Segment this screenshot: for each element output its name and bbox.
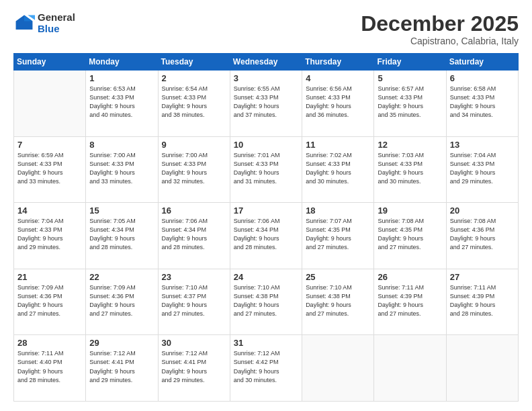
calendar-day-cell: 5Sunrise: 6:57 AM Sunset: 4:33 PM Daylig…	[374, 71, 446, 137]
calendar-day-cell: 4Sunrise: 6:56 AM Sunset: 4:33 PM Daylig…	[302, 71, 374, 137]
calendar-day-cell: 11Sunrise: 7:02 AM Sunset: 4:33 PM Dayli…	[302, 136, 374, 203]
day-info: Sunrise: 7:10 AM Sunset: 4:38 PM Dayligh…	[306, 283, 370, 318]
day-number: 14	[17, 205, 82, 216]
day-number: 19	[378, 205, 442, 216]
weekday-header: Thursday	[302, 54, 374, 71]
day-info: Sunrise: 7:08 AM Sunset: 4:36 PM Dayligh…	[450, 217, 515, 252]
day-info: Sunrise: 7:06 AM Sunset: 4:34 PM Dayligh…	[162, 217, 226, 252]
day-number: 10	[234, 140, 298, 150]
day-info: Sunrise: 6:55 AM Sunset: 4:33 PM Dayligh…	[234, 85, 298, 120]
calendar-day-cell: 27Sunrise: 7:11 AM Sunset: 4:39 PM Dayli…	[446, 269, 518, 335]
day-number: 28	[17, 338, 82, 348]
title-block: December 2025 Capistrano, Calabria, Ital…	[361, 12, 519, 46]
day-number: 7	[17, 140, 82, 150]
day-info: Sunrise: 7:12 AM Sunset: 4:41 PM Dayligh…	[89, 349, 154, 384]
day-number: 21	[17, 272, 82, 282]
day-number: 5	[378, 73, 442, 83]
day-number: 23	[162, 272, 226, 282]
day-number: 1	[89, 73, 154, 83]
calendar-day-cell: 16Sunrise: 7:06 AM Sunset: 4:34 PM Dayli…	[158, 203, 230, 269]
day-number: 18	[306, 205, 370, 216]
logo-blue: Blue	[38, 24, 75, 35]
calendar-day-cell: 29Sunrise: 7:12 AM Sunset: 4:41 PM Dayli…	[86, 335, 158, 402]
calendar-day-cell	[14, 71, 86, 137]
day-info: Sunrise: 7:09 AM Sunset: 4:36 PM Dayligh…	[89, 283, 154, 318]
location-subtitle: Capistrano, Calabria, Italy	[361, 36, 519, 46]
calendar-table: SundayMondayTuesdayWednesdayThursdayFrid…	[13, 53, 519, 402]
calendar-day-cell: 3Sunrise: 6:55 AM Sunset: 4:33 PM Daylig…	[230, 71, 302, 137]
calendar-day-cell: 20Sunrise: 7:08 AM Sunset: 4:36 PM Dayli…	[446, 203, 518, 269]
day-info: Sunrise: 7:00 AM Sunset: 4:33 PM Dayligh…	[162, 151, 226, 186]
day-number: 25	[306, 272, 370, 282]
calendar-header-row: SundayMondayTuesdayWednesdayThursdayFrid…	[14, 54, 519, 71]
day-info: Sunrise: 7:11 AM Sunset: 4:40 PM Dayligh…	[17, 349, 82, 384]
calendar-day-cell	[446, 335, 518, 402]
day-number: 16	[162, 205, 226, 216]
logo-general: General	[38, 12, 75, 24]
day-info: Sunrise: 7:05 AM Sunset: 4:34 PM Dayligh…	[89, 217, 154, 252]
calendar-day-cell: 2Sunrise: 6:54 AM Sunset: 4:33 PM Daylig…	[158, 71, 230, 137]
day-number: 11	[306, 140, 370, 150]
day-number: 6	[450, 73, 515, 83]
calendar-day-cell: 10Sunrise: 7:01 AM Sunset: 4:33 PM Dayli…	[230, 136, 302, 203]
calendar-day-cell: 24Sunrise: 7:10 AM Sunset: 4:38 PM Dayli…	[230, 269, 302, 335]
calendar-day-cell: 31Sunrise: 7:12 AM Sunset: 4:42 PM Dayli…	[230, 335, 302, 402]
calendar-week-row: 14Sunrise: 7:04 AM Sunset: 4:33 PM Dayli…	[14, 203, 519, 269]
calendar-day-cell: 8Sunrise: 7:00 AM Sunset: 4:33 PM Daylig…	[86, 136, 158, 203]
calendar-day-cell: 17Sunrise: 7:06 AM Sunset: 4:34 PM Dayli…	[230, 203, 302, 269]
day-info: Sunrise: 6:53 AM Sunset: 4:33 PM Dayligh…	[89, 85, 154, 120]
calendar-day-cell: 25Sunrise: 7:10 AM Sunset: 4:38 PM Dayli…	[302, 269, 374, 335]
day-number: 17	[234, 205, 298, 216]
page-container: General Blue December 2025 Capistrano, C…	[0, 0, 532, 411]
calendar-day-cell: 9Sunrise: 7:00 AM Sunset: 4:33 PM Daylig…	[158, 136, 230, 203]
calendar-day-cell: 19Sunrise: 7:08 AM Sunset: 4:35 PM Dayli…	[374, 203, 446, 269]
calendar-week-row: 28Sunrise: 7:11 AM Sunset: 4:40 PM Dayli…	[14, 335, 519, 402]
weekday-header: Sunday	[14, 54, 86, 71]
day-number: 2	[162, 73, 226, 83]
calendar-week-row: 7Sunrise: 6:59 AM Sunset: 4:33 PM Daylig…	[14, 136, 519, 203]
calendar-week-row: 1Sunrise: 6:53 AM Sunset: 4:33 PM Daylig…	[14, 71, 519, 137]
page-header: General Blue December 2025 Capistrano, C…	[13, 12, 519, 46]
day-info: Sunrise: 7:10 AM Sunset: 4:38 PM Dayligh…	[234, 283, 298, 318]
calendar-day-cell: 6Sunrise: 6:58 AM Sunset: 4:33 PM Daylig…	[446, 71, 518, 137]
calendar-day-cell: 22Sunrise: 7:09 AM Sunset: 4:36 PM Dayli…	[86, 269, 158, 335]
day-number: 31	[234, 338, 298, 348]
logo-icon	[13, 13, 35, 34]
day-info: Sunrise: 7:03 AM Sunset: 4:33 PM Dayligh…	[378, 151, 442, 186]
day-info: Sunrise: 7:10 AM Sunset: 4:37 PM Dayligh…	[162, 283, 226, 318]
day-info: Sunrise: 7:08 AM Sunset: 4:35 PM Dayligh…	[378, 217, 442, 252]
day-info: Sunrise: 6:54 AM Sunset: 4:33 PM Dayligh…	[162, 85, 226, 120]
day-number: 9	[162, 140, 226, 150]
calendar-day-cell: 15Sunrise: 7:05 AM Sunset: 4:34 PM Dayli…	[86, 203, 158, 269]
day-number: 15	[89, 205, 154, 216]
day-info: Sunrise: 7:02 AM Sunset: 4:33 PM Dayligh…	[306, 151, 370, 186]
day-info: Sunrise: 7:11 AM Sunset: 4:39 PM Dayligh…	[450, 283, 515, 318]
day-info: Sunrise: 7:01 AM Sunset: 4:33 PM Dayligh…	[234, 151, 298, 186]
calendar-week-row: 21Sunrise: 7:09 AM Sunset: 4:36 PM Dayli…	[14, 269, 519, 335]
day-info: Sunrise: 6:58 AM Sunset: 4:33 PM Dayligh…	[450, 85, 515, 120]
day-number: 29	[89, 338, 154, 348]
calendar-day-cell: 1Sunrise: 6:53 AM Sunset: 4:33 PM Daylig…	[86, 71, 158, 137]
day-number: 13	[450, 140, 515, 150]
day-info: Sunrise: 6:57 AM Sunset: 4:33 PM Dayligh…	[378, 85, 442, 120]
day-info: Sunrise: 7:12 AM Sunset: 4:42 PM Dayligh…	[234, 349, 298, 384]
day-info: Sunrise: 7:00 AM Sunset: 4:33 PM Dayligh…	[89, 151, 154, 186]
day-number: 24	[234, 272, 298, 282]
calendar-day-cell	[374, 335, 446, 402]
calendar-day-cell: 30Sunrise: 7:12 AM Sunset: 4:41 PM Dayli…	[158, 335, 230, 402]
day-number: 22	[89, 272, 154, 282]
calendar-day-cell: 18Sunrise: 7:07 AM Sunset: 4:35 PM Dayli…	[302, 203, 374, 269]
weekday-header: Friday	[374, 54, 446, 71]
weekday-header: Saturday	[446, 54, 518, 71]
day-info: Sunrise: 7:06 AM Sunset: 4:34 PM Dayligh…	[234, 217, 298, 252]
day-number: 12	[378, 140, 442, 150]
calendar-day-cell: 28Sunrise: 7:11 AM Sunset: 4:40 PM Dayli…	[14, 335, 86, 402]
calendar-day-cell: 7Sunrise: 6:59 AM Sunset: 4:33 PM Daylig…	[14, 136, 86, 203]
calendar-day-cell: 21Sunrise: 7:09 AM Sunset: 4:36 PM Dayli…	[14, 269, 86, 335]
logo-text: General Blue	[38, 12, 75, 34]
day-number: 30	[162, 338, 226, 348]
weekday-header: Wednesday	[230, 54, 302, 71]
calendar-day-cell: 14Sunrise: 7:04 AM Sunset: 4:33 PM Dayli…	[14, 203, 86, 269]
day-info: Sunrise: 7:09 AM Sunset: 4:36 PM Dayligh…	[17, 283, 82, 318]
day-info: Sunrise: 6:59 AM Sunset: 4:33 PM Dayligh…	[17, 151, 82, 186]
